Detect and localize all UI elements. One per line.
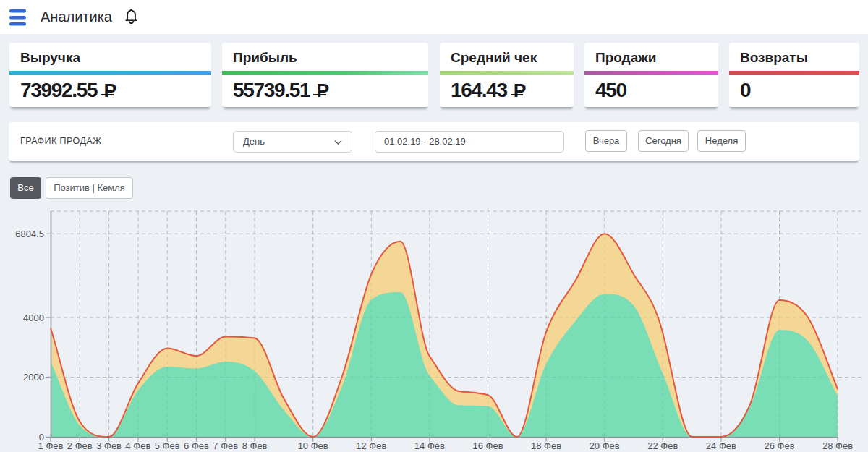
svg-text:5 Фев: 5 Фев (155, 440, 180, 451)
svg-text:2000: 2000 (23, 372, 44, 383)
svg-text:28 Фев: 28 Фев (822, 440, 853, 451)
svg-text:16 Фев: 16 Фев (472, 440, 503, 451)
svg-text:7 Фев: 7 Фев (213, 440, 238, 451)
svg-text:2 Фев: 2 Фев (67, 440, 93, 451)
svg-text:4000: 4000 (23, 312, 44, 323)
svg-text:8 Фев: 8 Фев (242, 440, 268, 451)
svg-text:12 Фев: 12 Фев (356, 440, 386, 451)
svg-text:6804.5: 6804.5 (15, 229, 44, 239)
svg-text:6 Фев: 6 Фев (184, 440, 209, 451)
svg-text:4 Фев: 4 Фев (125, 440, 150, 451)
svg-text:18 Фев: 18 Фев (531, 440, 561, 451)
svg-text:1 Фев: 1 Фев (38, 440, 64, 451)
svg-text:24 Фев: 24 Фев (706, 440, 736, 451)
svg-text:26 Фев: 26 Фев (764, 440, 794, 451)
svg-text:14 Фев: 14 Фев (414, 440, 445, 451)
svg-text:22 Фев: 22 Фев (647, 440, 678, 451)
svg-text:3 Фев: 3 Фев (96, 440, 122, 451)
svg-text:10 Фев: 10 Фев (298, 440, 328, 451)
svg-text:20 Фев: 20 Фев (590, 440, 620, 451)
